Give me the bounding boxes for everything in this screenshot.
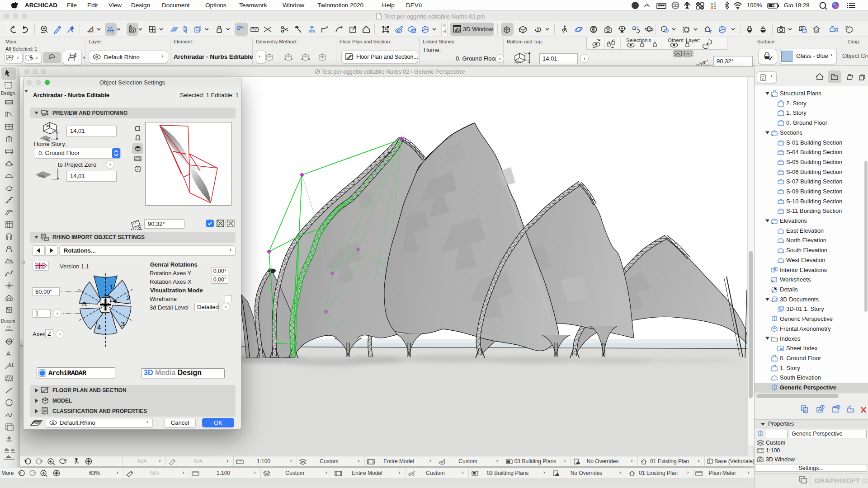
svg-text:XY: XY xyxy=(130,29,135,32)
svg-text:α: α xyxy=(703,60,706,65)
svg-text:A: A xyxy=(6,350,11,357)
svg-text:1.2: 1.2 xyxy=(6,326,10,328)
svg-text:2: 2 xyxy=(127,294,131,301)
svg-text:A1: A1 xyxy=(8,363,14,368)
svg-text:4: 4 xyxy=(97,323,101,331)
svg-text:n.: n. xyxy=(82,300,88,307)
svg-text:1: 1 xyxy=(109,283,113,291)
svg-text:1.2: 1.2 xyxy=(10,338,14,341)
svg-text:12: 12 xyxy=(253,28,257,32)
svg-text:α: α xyxy=(138,226,141,231)
svg-text:3: 3 xyxy=(121,320,125,328)
